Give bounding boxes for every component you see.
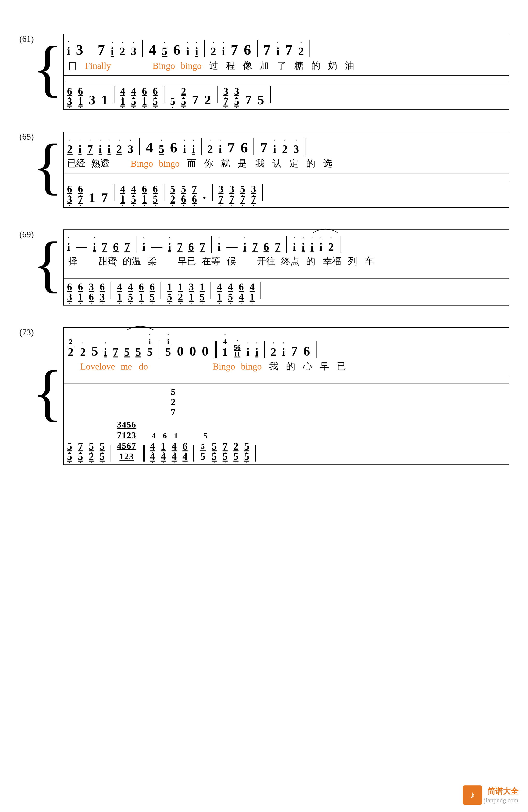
watermark-url: jianpudg.com (484, 797, 518, 804)
note-61-17: · i (274, 38, 282, 57)
bass-73-run: 3456 7123 4567 123 (114, 420, 139, 462)
lyrics-65: 已经 熟透 Bingo bingo 而 你 就 是 我 认 (64, 157, 509, 170)
note-61-15: 6 (241, 38, 254, 57)
note-65-14: 7 (257, 135, 270, 155)
treble-staff-73: 2 2 · 2 5 (64, 327, 509, 376)
note-61-12: · 2 (208, 38, 219, 57)
lyr-65-bingo1: Bingo (128, 158, 156, 169)
note-61-6: · 3 (128, 38, 139, 57)
note-61-5: · 2 (117, 38, 128, 57)
measure-number-73: (73) (19, 327, 34, 337)
note-73-i3: · i (244, 338, 252, 358)
lyr-61-cheng: 程 (222, 59, 239, 72)
barline-61-3 (257, 40, 258, 57)
brace-65: { (33, 125, 63, 208)
lyr-61-nai: 奶 (324, 59, 341, 72)
bass-61-11: 7 (189, 86, 202, 106)
note-65-17: · 3 (291, 135, 302, 155)
lyr-69-rou: 柔 (144, 255, 161, 267)
bass-61-14: 3· 5· (231, 86, 242, 106)
lyr-73-xin: 心 (299, 360, 316, 373)
lyr-61-de: 的 (307, 59, 324, 72)
note-73-7: 7 (288, 338, 300, 358)
bass-61-10: 2· 5· (178, 86, 189, 106)
note-69-i1: · i (64, 233, 73, 252)
lyr-73-bingo2: bingo (238, 361, 265, 372)
note-61-9: 6 (170, 38, 183, 57)
note-73-0c: 0 (199, 338, 211, 358)
note-73-i5b: · i 5 (162, 331, 174, 358)
note-61-19: · 2 (295, 38, 307, 57)
lyr-61-le: 了 (274, 59, 291, 72)
note-73-0a: 0 (174, 338, 187, 358)
lyrics-61: 口 Finally Bingo bingo 过 程 像 加 了 糖 (64, 59, 509, 72)
note-61-16: 7 (261, 38, 274, 57)
note-73-6: 6 (300, 338, 313, 358)
note-group-65-3: · i · 2 (104, 135, 125, 155)
note-73-i4: · i (252, 338, 261, 358)
lyr-73-yi: 已 (333, 360, 350, 373)
note-73-frac-2: 2 2 (64, 338, 77, 358)
lyr-69-hou: 候 (223, 255, 240, 267)
watermark-logo: ♪ 简谱大全 jianpudg.com (463, 785, 518, 805)
bass-61-8: 6· 5· (150, 86, 161, 106)
lyrics-69: 择 甜蜜 的温 柔 早已 在等 候 开往 终点 的 (64, 255, 509, 268)
lyr-65-2: 熟透 (88, 157, 113, 170)
note-65-10: · 2 (205, 135, 216, 155)
note-61-8: · 5 (159, 38, 170, 57)
note-73-5: 5 (89, 338, 101, 358)
lyr-69-ze: 择 (64, 255, 81, 267)
lyr-69-de: 的温 (120, 255, 144, 267)
lyr-61-jia: 加 (256, 59, 273, 72)
lyr-69-kai: 开往 (254, 255, 278, 267)
lyr-73-do: do (135, 361, 152, 372)
note-65-9: · i (189, 135, 198, 155)
bass-61-6: 4· 5· (128, 86, 139, 106)
lyr-73-bingo1: Bingo (210, 361, 238, 372)
note-61-10: · i (183, 38, 192, 57)
note-73-5611: · 56 11 (231, 337, 244, 358)
measure-number-69: (69) (19, 230, 34, 240)
note-65-7: 6 (167, 135, 180, 155)
lyr-65-er: 而 (183, 157, 200, 170)
note-65-15: · i (270, 135, 279, 155)
note-65-16: · 2 (279, 135, 291, 155)
lyr-65-ren: 认 (268, 157, 285, 170)
bass-61-3: 3 (86, 86, 99, 106)
lyr-65-ni: 你 (200, 157, 217, 170)
lyr-61-finally: Finally (81, 60, 115, 71)
bass-61-15: 7 (242, 86, 255, 106)
lyrics-73: Lovelove me do Bingo bingo 我 的 心 (64, 360, 509, 373)
lyr-73-wo: 我 (265, 360, 282, 373)
bass-61-7: 6· 1· (139, 86, 150, 106)
note-73-idot: · i (279, 338, 288, 358)
note-61-7: 4 (146, 38, 159, 57)
measure-number-65: (65) (19, 132, 34, 142)
bass-61-13: 3· 7· (220, 86, 231, 106)
lyr-65-ding: 定 (285, 157, 302, 170)
lyr-65-bingo2: bingo (156, 158, 183, 169)
lyr-73-me: me (118, 361, 135, 372)
lyr-61-bingo: Bingo (150, 60, 178, 71)
lyr-69-xing: 幸福 (320, 255, 344, 267)
treble-staff-61: · i 3 7 · i (64, 34, 509, 76)
measure-number-61: (61) (19, 34, 34, 44)
bass-bar-61-3 (217, 86, 218, 103)
note-65-12: 7 (224, 135, 237, 155)
section-73: (73) { 2 2 (19, 327, 509, 465)
lyr-69-zhong: 终点 (278, 255, 302, 267)
bass-bar-61-1 (114, 86, 115, 103)
section-69: (69) { · i — (19, 230, 509, 306)
bass-staff-61: 6· 3· 6· 1· 3 1 (64, 83, 509, 110)
note-73-i5: · i 5 (144, 331, 156, 358)
lyr-61-you: 油 (341, 59, 358, 72)
lyr-65-1: 已经 (64, 157, 88, 170)
dash-69-1: — (73, 240, 90, 252)
note-61-14: 7 (228, 38, 241, 57)
note-61-11: · i (192, 38, 201, 57)
lyr-69-zao: 早已 (175, 255, 199, 267)
bass-61-4: 1 (98, 86, 111, 106)
lyr-73-zao: 早 (316, 360, 333, 373)
bass-bar-61-2 (164, 86, 164, 103)
brace-61: { (33, 27, 63, 110)
